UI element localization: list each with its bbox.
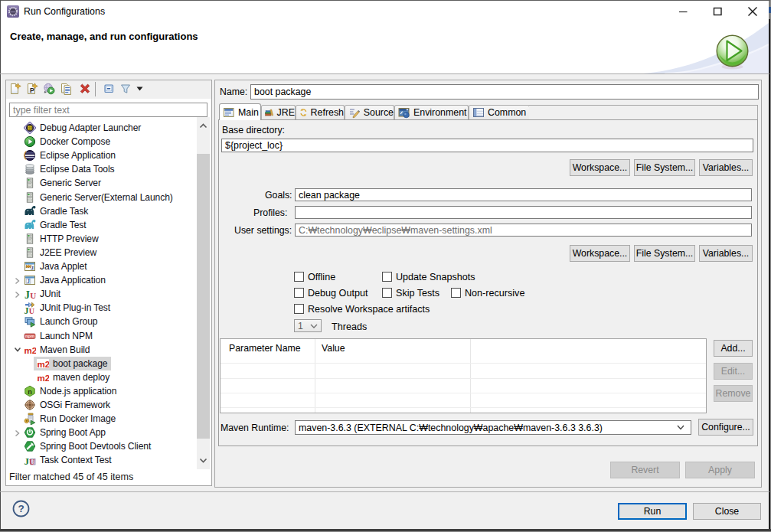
svg-text:n: n — [28, 387, 31, 395]
svg-text:?: ? — [18, 503, 24, 514]
svg-text:J: J — [25, 289, 30, 300]
svg-text:m2: m2 — [38, 373, 50, 382]
svg-text:J: J — [25, 305, 29, 315]
svg-text:m2: m2 — [38, 359, 50, 368]
svg-text:J: J — [27, 278, 30, 285]
svg-text:U: U — [29, 307, 34, 315]
svg-text:P: P — [30, 86, 34, 94]
svg-text:U: U — [30, 291, 36, 300]
svg-text:npm: npm — [25, 334, 34, 338]
svg-text:m2: m2 — [25, 345, 37, 354]
svg-text:U: U — [29, 458, 35, 466]
